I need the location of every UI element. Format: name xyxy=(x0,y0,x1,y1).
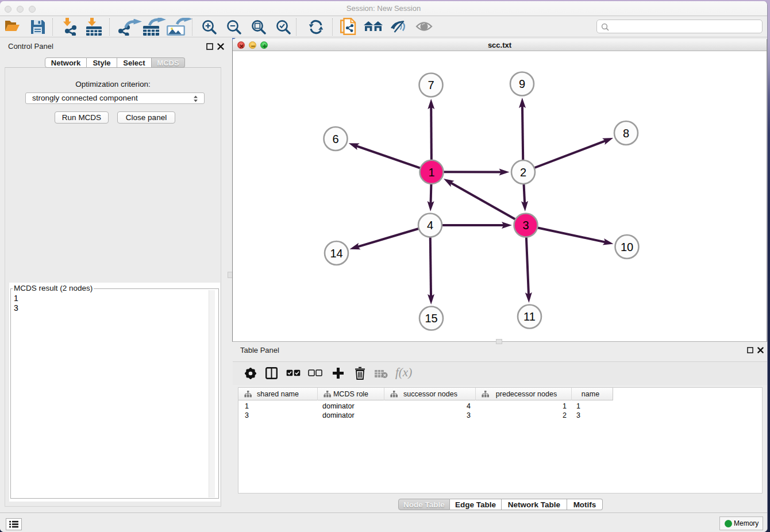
svg-text:9: 9 xyxy=(519,78,525,90)
svg-text:15: 15 xyxy=(425,312,437,325)
svg-text:1: 1 xyxy=(428,166,434,179)
svg-text:11: 11 xyxy=(523,310,536,323)
svg-text:6: 6 xyxy=(332,133,338,145)
svg-text:2: 2 xyxy=(520,166,526,179)
svg-text:10: 10 xyxy=(621,241,633,253)
svg-text:4: 4 xyxy=(427,219,433,232)
svg-text:7: 7 xyxy=(428,79,434,91)
svg-text:8: 8 xyxy=(623,127,629,140)
svg-text:3: 3 xyxy=(522,219,529,232)
svg-text:14: 14 xyxy=(330,247,342,260)
